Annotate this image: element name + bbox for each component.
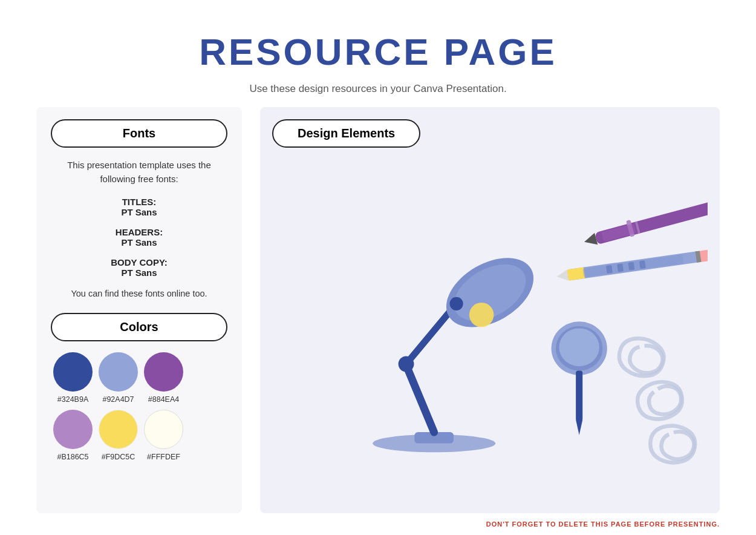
font-label-titles: TITLES: <box>51 197 227 207</box>
svg-rect-28 <box>576 371 582 421</box>
font-label-body: BODY COPY: <box>51 257 227 268</box>
color-circle-1 <box>53 352 93 392</box>
fonts-label: Fonts <box>123 126 155 140</box>
svg-rect-21 <box>606 265 613 274</box>
svg-marker-17 <box>556 269 569 282</box>
color-hex-5: #F9DC5C <box>102 453 135 461</box>
font-label-headers: HEADERS: <box>51 227 227 237</box>
color-circle-3 <box>144 352 183 392</box>
svg-rect-13 <box>601 223 636 241</box>
font-name-body: PT Sans <box>51 268 227 278</box>
svg-point-7 <box>469 303 494 327</box>
illustration-area <box>272 148 708 493</box>
page-title: RESOURCE PAGE <box>199 30 557 73</box>
svg-rect-23 <box>628 262 634 271</box>
left-panel: Fonts This presentation template uses th… <box>36 107 242 513</box>
color-hex-1: #324B9A <box>57 395 88 404</box>
svg-rect-22 <box>617 263 624 272</box>
svg-line-2 <box>406 365 434 432</box>
right-panel: Design Elements <box>260 107 720 513</box>
font-name-headers: PT Sans <box>51 237 227 248</box>
color-circle-2 <box>99 352 138 392</box>
design-elements-svg <box>272 148 708 493</box>
fonts-description: This presentation template uses the foll… <box>51 159 227 186</box>
color-hex-4: #B186C5 <box>57 453 88 461</box>
design-elements-box: Design Elements <box>272 119 420 148</box>
design-elements-label: Design Elements <box>298 126 395 140</box>
color-hex-2: #92A4D7 <box>102 395 134 404</box>
footer: DON'T FORGET TO DELETE THIS PAGE BEFORE … <box>0 513 756 535</box>
header: RESOURCE PAGE Use these design resources… <box>199 0 557 107</box>
svg-rect-16 <box>567 268 585 281</box>
footer-text: DON'T FORGET TO DELETE THIS PAGE BEFORE … <box>486 520 720 528</box>
svg-point-8 <box>450 297 463 310</box>
color-circle-4 <box>53 410 93 449</box>
color-swatch-4: #B186C5 <box>53 410 93 461</box>
fonts-section-box: Fonts <box>51 119 227 148</box>
colors-section: Colors #324B9A #92A4D7 <box>51 313 227 461</box>
main-content: Fonts This presentation template uses th… <box>0 107 756 513</box>
font-find-text: You can find these fonts online too. <box>51 287 227 301</box>
color-swatch-1: #324B9A <box>53 352 93 404</box>
color-swatch-3: #884EA4 <box>144 352 183 404</box>
color-circle-5 <box>99 410 138 449</box>
colors-label: Colors <box>120 320 158 333</box>
page: RESOURCE PAGE Use these design resources… <box>0 0 756 535</box>
color-circle-6 <box>144 410 183 449</box>
font-name-titles: PT Sans <box>51 207 227 217</box>
color-swatch-5: #F9DC5C <box>99 410 138 461</box>
svg-rect-24 <box>639 260 646 269</box>
colors-section-box: Colors <box>51 313 227 341</box>
font-entry-headers: HEADERS: PT Sans <box>51 227 227 248</box>
color-swatches: #324B9A #92A4D7 #884EA4 #B <box>51 352 227 461</box>
svg-marker-29 <box>576 420 582 435</box>
svg-point-27 <box>559 328 599 366</box>
font-entry-titles: TITLES: PT Sans <box>51 197 227 217</box>
color-swatch-2: #92A4D7 <box>99 352 138 404</box>
color-hex-6: #FFFDEF <box>147 453 180 461</box>
color-swatch-6: #FFFDEF <box>144 410 183 461</box>
color-hex-3: #884EA4 <box>148 395 179 404</box>
font-entry-body: BODY COPY: PT Sans <box>51 257 227 278</box>
svg-marker-11 <box>582 233 598 248</box>
page-subtitle: Use these design resources in your Canva… <box>199 83 557 95</box>
